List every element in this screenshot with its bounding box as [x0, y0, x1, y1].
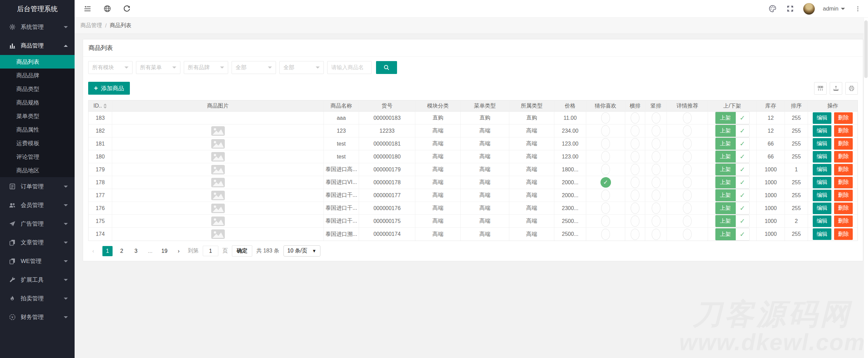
vertical-toggle[interactable] [645, 189, 667, 202]
detail-recommend-toggle[interactable] [667, 215, 708, 228]
page-button-2[interactable]: 2 [117, 246, 127, 256]
edit-button[interactable]: 编辑 [813, 138, 831, 150]
horizontal-toggle[interactable] [625, 137, 645, 150]
print-icon[interactable] [845, 82, 858, 95]
onsale-toggle[interactable]: 上架 ✓ [715, 112, 750, 124]
detail-recommend-toggle[interactable] [667, 163, 708, 176]
detail-recommend-toggle[interactable] [667, 150, 708, 163]
search-button[interactable] [376, 61, 397, 74]
like-toggle[interactable]: ✓ [586, 228, 625, 241]
like-toggle[interactable]: ✓ [586, 163, 625, 176]
sidebar-item-articles[interactable]: 文章管理 [0, 233, 75, 252]
submenu-item[interactable]: 评论管理 [0, 150, 75, 164]
horizontal-toggle[interactable] [625, 202, 645, 215]
per-page-select[interactable]: 10 条/页 ▼ [283, 245, 321, 257]
sidebar-item-members[interactable]: 会员管理 [0, 196, 75, 214]
like-toggle[interactable]: ✓ [586, 150, 625, 163]
onsale-toggle[interactable]: 上架 ✓ [715, 163, 750, 176]
detail-recommend-toggle[interactable] [667, 176, 708, 189]
horizontal-toggle[interactable] [625, 163, 645, 176]
page-button-19[interactable]: 19 [159, 246, 170, 256]
onsale-toggle[interactable]: 上架 ✓ [715, 137, 750, 150]
horizontal-toggle[interactable] [625, 215, 645, 228]
horizontal-toggle[interactable] [625, 189, 645, 202]
submenu-item[interactable]: 商品规格 [0, 96, 75, 109]
theme-palette-icon[interactable] [768, 4, 777, 14]
avatar[interactable] [803, 3, 815, 15]
edit-button[interactable]: 编辑 [813, 215, 831, 227]
export-icon[interactable] [830, 82, 842, 95]
submenu-item[interactable]: 商品地区 [0, 164, 75, 177]
sidebar-item-orders[interactable]: 订单管理 [0, 177, 75, 196]
horizontal-toggle[interactable] [625, 228, 645, 241]
module-select[interactable]: 所有模块 [88, 61, 133, 74]
onsale-toggle[interactable]: 上架 ✓ [715, 215, 750, 227]
prev-page-button[interactable]: ‹ [88, 246, 98, 256]
sidebar-item-goods[interactable]: 商品管理 [0, 36, 75, 55]
delete-button[interactable]: 删除 [834, 112, 853, 124]
submenu-item[interactable]: 商品类型 [0, 82, 75, 96]
column-header-id[interactable]: ID.. [88, 100, 112, 112]
onsale-toggle[interactable]: 上架 ✓ [715, 202, 750, 214]
category-select[interactable]: 全部 [232, 61, 276, 74]
delete-button[interactable]: 删除 [834, 151, 853, 163]
detail-recommend-toggle[interactable] [667, 125, 708, 137]
detail-recommend-toggle[interactable] [667, 112, 708, 125]
collapse-sidebar-icon[interactable] [83, 4, 92, 14]
edit-button[interactable]: 编辑 [813, 151, 831, 163]
sidebar-item-ads[interactable]: 广告管理 [0, 214, 75, 233]
delete-button[interactable]: 删除 [834, 164, 853, 175]
vertical-toggle[interactable] [645, 228, 667, 241]
onsale-toggle[interactable]: 上架 ✓ [715, 189, 750, 202]
scrollbar-track[interactable] [864, 18, 868, 358]
menu-select[interactable]: 所有菜单 [136, 61, 180, 74]
vertical-toggle[interactable] [645, 125, 667, 137]
sidebar-item-we[interactable]: WE管理 [0, 252, 75, 270]
edit-button[interactable]: 编辑 [813, 125, 831, 137]
delete-button[interactable]: 删除 [834, 228, 853, 240]
onsale-toggle[interactable]: 上架 ✓ [715, 176, 750, 189]
sidebar-item-system[interactable]: 系统管理 [0, 18, 75, 36]
fullscreen-icon[interactable] [786, 4, 795, 14]
delete-button[interactable]: 删除 [834, 190, 853, 201]
page-button-3[interactable]: 3 [131, 246, 141, 256]
next-page-button[interactable]: › [174, 246, 184, 256]
vertical-toggle[interactable] [645, 202, 667, 215]
goto-page-input[interactable] [203, 246, 218, 256]
like-toggle[interactable]: ✓ [586, 189, 625, 202]
horizontal-toggle[interactable] [625, 112, 645, 125]
horizontal-toggle[interactable] [625, 150, 645, 163]
vertical-toggle[interactable] [645, 176, 667, 189]
like-toggle[interactable]: ✓ [586, 215, 625, 228]
vertical-toggle[interactable] [645, 112, 667, 125]
detail-recommend-toggle[interactable] [667, 202, 708, 215]
scrollbar-thumb[interactable] [864, 20, 868, 78]
submenu-item[interactable]: 商品属性 [0, 123, 75, 136]
breadcrumb-parent[interactable]: 商品管理 [80, 22, 102, 29]
like-toggle[interactable]: ✓ [586, 137, 625, 150]
delete-button[interactable]: 删除 [834, 125, 853, 137]
edit-button[interactable]: 编辑 [813, 228, 831, 240]
detail-recommend-toggle[interactable] [667, 189, 708, 202]
edit-button[interactable]: 编辑 [813, 164, 831, 175]
detail-recommend-toggle[interactable] [667, 228, 708, 241]
sidebar-item-finance[interactable]: ¥ 财务管理 [0, 308, 75, 326]
add-product-button[interactable]: + 添加商品 [88, 82, 130, 95]
delete-button[interactable]: 删除 [834, 138, 853, 150]
detail-recommend-toggle[interactable] [667, 137, 708, 150]
vertical-toggle[interactable] [645, 137, 667, 150]
submenu-item[interactable]: 商品列表 [0, 55, 75, 69]
submenu-item[interactable]: 运费模板 [0, 136, 75, 150]
confirm-button[interactable]: 确定 [232, 245, 252, 257]
category2-select[interactable]: 全部 [279, 61, 324, 74]
like-toggle[interactable]: ✓ [586, 112, 625, 125]
vertical-toggle[interactable] [645, 163, 667, 176]
submenu-item[interactable]: 商品品牌 [0, 69, 75, 82]
edit-button[interactable]: 编辑 [813, 177, 831, 188]
search-input[interactable] [327, 61, 372, 74]
delete-button[interactable]: 删除 [834, 215, 853, 227]
sidebar-item-tools[interactable]: 扩展工具 [0, 270, 75, 289]
more-menu-icon[interactable] [853, 4, 863, 14]
delete-button[interactable]: 删除 [834, 177, 853, 188]
refresh-icon[interactable] [122, 4, 132, 14]
